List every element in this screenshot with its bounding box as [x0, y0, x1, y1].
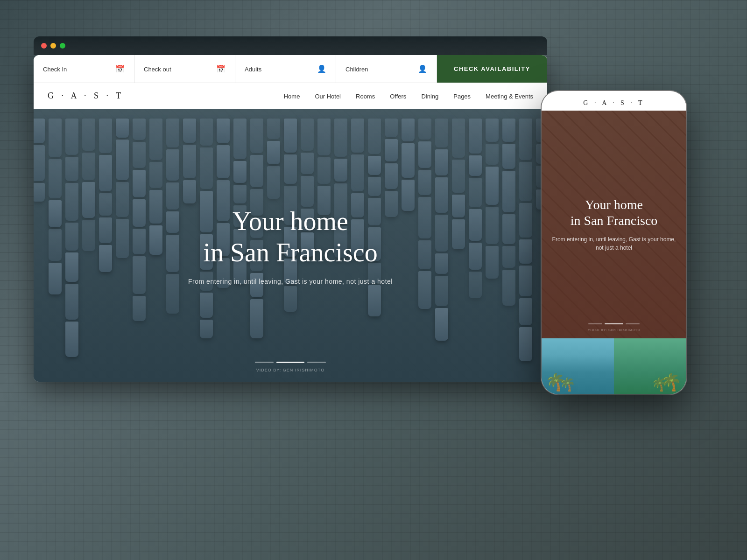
window-maximize-dot: [60, 43, 65, 49]
video-credit: VIDEO BY: GEN IRISHIMOTO: [256, 368, 324, 372]
navbar: G · A · S · T Home Our Hotel Rooms Offer…: [34, 83, 547, 109]
key-column-2: [34, 119, 45, 202]
mobile-thumb-1: 🌴 🌴: [542, 338, 614, 394]
key-column-25: [418, 119, 431, 309]
mobile-thumb-2: 🌴 🌴: [614, 338, 686, 394]
key-column-4: [65, 119, 78, 357]
hero-subtitle: From entering in, until leaving, Gast is…: [188, 278, 393, 285]
mobile-progress-3: [626, 323, 640, 324]
hero-content: Your home in San Francisco From entering…: [188, 206, 393, 285]
nav-dining[interactable]: Dining: [421, 93, 438, 100]
desktop-hero: // Rendered in post-init Your home in Sa…: [34, 109, 547, 382]
key-column-31: [519, 119, 532, 361]
mobile-hero-title: Your home in San Francisco: [551, 197, 677, 228]
mobile-hero-content: Your home in San Francisco From entering…: [551, 197, 677, 252]
adults-icon: 👤: [317, 64, 326, 73]
nav-pages[interactable]: Pages: [453, 93, 471, 100]
booking-bar: Check In 📅 Check out 📅 Adults 👤 Children…: [34, 55, 547, 83]
children-icon: 👤: [418, 64, 427, 73]
check-in-label: Check In: [43, 66, 67, 73]
hero-progress-indicator: [255, 362, 326, 363]
check-out-label: Check out: [144, 66, 171, 73]
key-column-28: [469, 119, 482, 298]
nav-our-hotel[interactable]: Our Hotel: [315, 93, 341, 100]
progress-item-2-active: [276, 362, 304, 363]
nav-offers[interactable]: Offers: [390, 93, 406, 100]
key-column-6: [99, 119, 112, 272]
mobile-thumb-garden: 🌴 🌴: [614, 338, 686, 394]
check-in-field[interactable]: Check In 📅: [34, 55, 134, 83]
key-column-16: [267, 119, 280, 199]
mobile-hero-subtitle: From entering in, until leaving, Gast is…: [551, 235, 677, 252]
mobile-progress-2-active: [605, 323, 623, 324]
key-column-19: [317, 119, 331, 215]
key-column-3: [49, 119, 62, 294]
calendar-icon-2: 📅: [216, 64, 226, 73]
key-column-11: [183, 119, 196, 203]
adults-label: Adults: [245, 66, 261, 73]
mobile-progress-1: [588, 323, 602, 324]
key-column-10: [166, 119, 179, 314]
key-column-5: [82, 119, 95, 251]
check-availability-button[interactable]: CHECK AVAILABILITY: [437, 55, 547, 83]
mobile-status-bar: G · A · S · T: [542, 91, 686, 111]
mobile-inner: G · A · S · T Your home in San Francisco…: [542, 91, 686, 394]
key-column-24: [402, 119, 415, 211]
laptop-bezel: [34, 36, 547, 55]
key-column-30: [502, 119, 515, 306]
mobile-thumbnails: 🌴 🌴 🌴 🌴: [542, 338, 686, 394]
window-close-dot: [41, 43, 47, 49]
nav-links: Home Our Hotel Rooms Offers Dining Pages…: [284, 92, 533, 100]
nav-rooms[interactable]: Rooms: [356, 93, 375, 100]
nav-home[interactable]: Home: [284, 93, 300, 100]
desktop-browser-window: Check In 📅 Check out 📅 Adults 👤 Children…: [34, 55, 547, 382]
mobile-progress-indicator: [588, 323, 640, 324]
children-label: Children: [345, 66, 368, 73]
mobile-device: G · A · S · T Your home in San Francisco…: [542, 91, 686, 394]
key-column-23: [385, 119, 398, 217]
mobile-video-credit: VIDEO BY: GEN IRISHIMOTO: [588, 328, 641, 332]
progress-item-3: [307, 362, 326, 363]
mobile-logo: G · A · S · T: [551, 96, 677, 109]
hero-title: Your home in San Francisco: [188, 206, 393, 268]
mobile-hero: Your home in San Francisco From entering…: [542, 111, 686, 338]
window-minimize-dot: [50, 43, 56, 49]
adults-field[interactable]: Adults 👤: [235, 55, 336, 83]
key-column-26: [435, 119, 448, 341]
calendar-icon: 📅: [115, 64, 125, 73]
nav-meeting-events[interactable]: Meeting & Events: [486, 93, 533, 100]
mobile-thumb-pool: 🌴 🌴: [542, 338, 614, 394]
children-field[interactable]: Children 👤: [336, 55, 437, 83]
key-column-9: [149, 119, 162, 255]
key-column-29: [486, 119, 499, 279]
progress-item-1: [255, 362, 274, 363]
key-column-27: [452, 119, 465, 249]
logo: G · A · S · T: [48, 91, 124, 101]
key-column-8: [133, 119, 146, 321]
key-column-7: [116, 119, 129, 258]
check-out-field[interactable]: Check out 📅: [134, 55, 235, 83]
